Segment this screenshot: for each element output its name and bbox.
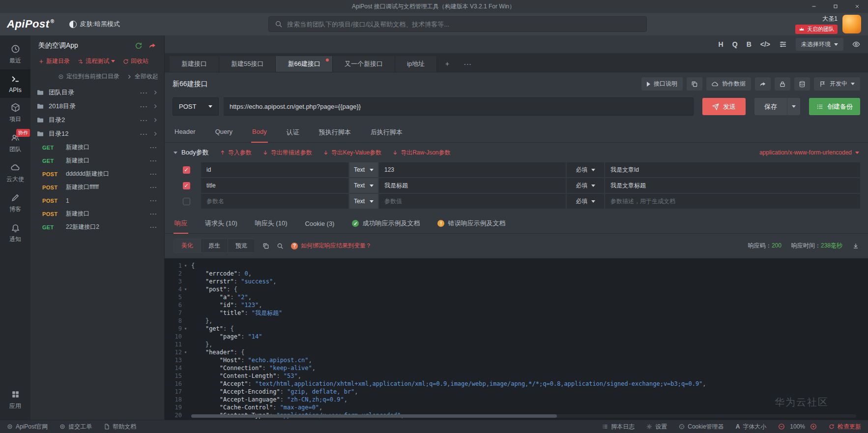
tab-request-headers[interactable]: 请求头 (10) <box>204 214 238 233</box>
more-icon[interactable] <box>140 103 148 110</box>
refresh-icon[interactable] <box>135 42 143 50</box>
cookie-manager-button[interactable]: Cookie管理器 <box>679 423 723 431</box>
collab-data-button[interactable]: 协作数据 <box>706 77 751 91</box>
minimize-button[interactable] <box>803 0 825 13</box>
save-dropdown[interactable] <box>787 98 800 115</box>
more-icon[interactable] <box>150 197 157 204</box>
method-select[interactable]: POST <box>173 97 219 116</box>
api-list-item[interactable]: POST dddddd新建接口 <box>30 167 164 181</box>
tab-error-example[interactable]: ! 错误响应示例及文档 <box>436 214 506 233</box>
recycle-bin-button[interactable]: 回收站 <box>123 57 148 65</box>
sliders-icon[interactable] <box>779 40 787 48</box>
search-response-button[interactable] <box>277 243 284 249</box>
check-update-button[interactable]: 检查更新 <box>829 423 861 431</box>
url-input[interactable] <box>224 97 694 116</box>
chevron-right-icon[interactable] <box>152 117 158 123</box>
eye-icon[interactable] <box>852 40 860 48</box>
add-tab-button[interactable] <box>437 56 458 72</box>
tree-folder[interactable]: 团队目录 <box>30 86 164 99</box>
avatar[interactable] <box>842 15 861 33</box>
more-icon[interactable] <box>150 171 157 178</box>
help-docs-link[interactable]: 帮助文档 <box>104 423 136 431</box>
tree-folder[interactable]: 目录2 <box>30 113 164 127</box>
param-name-input[interactable] <box>201 162 348 177</box>
tree-folder[interactable]: 目录12 <box>30 127 164 141</box>
param-checkbox-unchecked[interactable] <box>183 198 190 205</box>
param-checkbox-checked[interactable]: ✓ <box>183 182 190 189</box>
more-icon[interactable] <box>150 144 157 151</box>
content-type-select[interactable]: application/x-www-form-urlencoded <box>759 149 859 156</box>
param-checkbox-checked[interactable]: ✓ <box>183 166 190 174</box>
close-button[interactable] <box>846 0 868 13</box>
team-badge[interactable]: 天启的团队 <box>795 25 838 34</box>
body-params-toggle[interactable]: Body参数 <box>174 148 209 157</box>
skin-toggle[interactable]: 皮肤:暗黑模式 <box>69 20 120 29</box>
dev-status-select[interactable]: 开发中 <box>814 77 860 91</box>
collapse-all-button[interactable]: 全部收起 <box>126 72 158 81</box>
tab-cookie[interactable]: Cookie (3) <box>304 215 335 233</box>
zoom-in-icon[interactable] <box>810 423 817 430</box>
tab-query[interactable]: Query <box>214 123 233 142</box>
tab-auth[interactable]: 认证 <box>286 123 300 142</box>
font-size-button[interactable]: A 字体大小 <box>736 423 767 431</box>
param-value-input[interactable] <box>379 194 566 209</box>
quick-letter-b[interactable]: B <box>747 40 752 48</box>
api-list-item[interactable]: GET 22新建接口2 <box>30 220 164 234</box>
param-value-input[interactable] <box>379 178 566 193</box>
sidebar-item-cloud-ambassador[interactable]: 云大使 <box>0 158 30 188</box>
bind-variable-help[interactable]: ? 如何绑定响应结果到变量？ <box>291 242 372 250</box>
chevron-right-icon[interactable] <box>152 131 158 137</box>
param-required-select[interactable]: 必填 <box>567 178 604 193</box>
param-type-select[interactable]: Text <box>349 194 378 209</box>
copy-response-button[interactable] <box>262 243 269 249</box>
quick-letter-h[interactable]: H <box>719 40 723 48</box>
param-desc-input[interactable] <box>605 178 860 193</box>
more-icon[interactable] <box>140 130 148 138</box>
api-list-item[interactable]: GET 新建接口 <box>30 141 164 154</box>
locate-current-api-button[interactable]: 定位到当前接口目录 <box>58 72 119 81</box>
raw-button[interactable]: 原生 <box>201 239 228 252</box>
param-required-select[interactable]: 必填 <box>567 194 604 209</box>
tab-more-button[interactable] <box>458 56 478 72</box>
param-type-select[interactable]: Text <box>349 178 378 193</box>
environment-select[interactable]: 未选择环境 <box>796 38 843 51</box>
api-tab[interactable]: 新建55接口 <box>219 56 276 72</box>
api-tab[interactable]: ip地址 <box>395 56 437 72</box>
api-list-item[interactable]: POST 新建接口ffffff <box>30 181 164 194</box>
search-input[interactable] <box>287 21 640 28</box>
tree-folder[interactable]: 2018目录 <box>30 99 164 113</box>
sidebar-item-notifications[interactable]: 通知 <box>0 218 30 248</box>
tab-post-script[interactable]: 后执行脚本 <box>370 123 404 142</box>
more-icon[interactable] <box>140 89 148 96</box>
zoom-out-icon[interactable] <box>778 423 785 430</box>
api-tab[interactable]: 又一个新接口 <box>333 56 395 72</box>
share-api-button[interactable] <box>755 77 771 91</box>
chevron-right-icon[interactable] <box>152 90 158 95</box>
tab-header[interactable]: Header <box>174 123 197 142</box>
new-folder-button[interactable]: 新建目录 <box>38 57 70 65</box>
save-button[interactable]: 保存 <box>754 98 800 115</box>
sidebar-item-blog[interactable]: 博客 <box>0 188 30 218</box>
export-raw-json-button[interactable]: 导出Raw-Json参数 <box>392 149 450 157</box>
chevron-right-icon[interactable] <box>152 103 158 109</box>
tab-success-example[interactable]: ✓ 成功响应示例及文档 <box>351 214 421 233</box>
more-icon[interactable] <box>150 157 157 164</box>
export-desc-params-button[interactable]: 导出带描述参数 <box>262 149 312 157</box>
sidebar-item-recent[interactable]: 最近 <box>0 39 30 69</box>
api-tab-active[interactable]: 新66建接口 <box>276 56 332 72</box>
more-icon[interactable] <box>140 117 148 124</box>
import-params-button[interactable]: 导入参数 <box>220 149 252 157</box>
flow-test-button[interactable]: 流程测试 <box>78 57 115 65</box>
param-desc-input[interactable] <box>605 162 860 177</box>
scrollbar-thumb[interactable] <box>191 414 557 418</box>
param-type-select[interactable]: Text <box>349 162 378 177</box>
tab-response[interactable]: 响应 <box>174 214 188 233</box>
maximize-button[interactable] <box>825 0 846 13</box>
more-icon[interactable] <box>150 224 157 231</box>
sidebar-item-apps[interactable]: 应用 <box>0 385 30 415</box>
param-desc-input[interactable] <box>605 194 860 209</box>
share-icon[interactable] <box>148 42 156 50</box>
mock-data-button[interactable] <box>794 77 810 91</box>
send-button[interactable]: 发送 <box>702 98 746 115</box>
sidebar-item-projects[interactable]: 项目 <box>0 98 30 128</box>
